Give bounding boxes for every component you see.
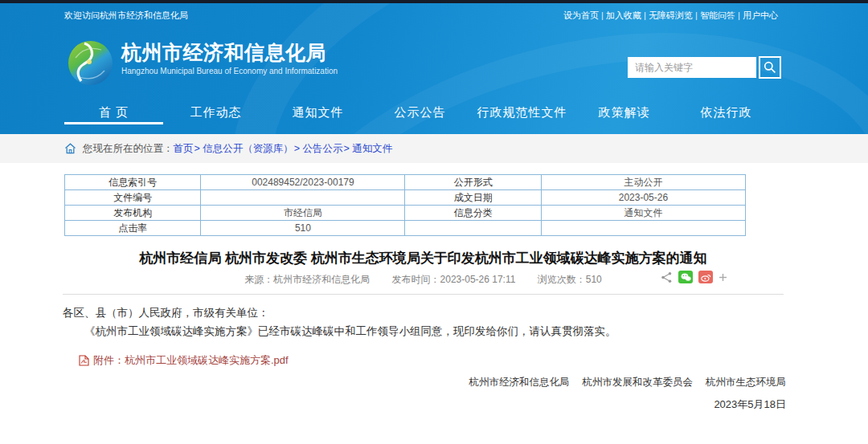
article-title: 杭州市经信局 杭州市发改委 杭州市生态环境局关于印发杭州市工业领域碳达峰实施方案… bbox=[63, 249, 784, 267]
nav-law-admin[interactable]: 依法行政 bbox=[675, 97, 777, 134]
date-written-label: 成文日期 bbox=[405, 190, 541, 206]
main-nav: 首 页 工作动态 通知文件 公示公告 行政规范性文件 政策解读 依法行政 bbox=[63, 97, 777, 134]
publisher-value: 市经信局 bbox=[201, 206, 405, 221]
breadcrumb-announcements[interactable]: 公告公示 bbox=[303, 142, 353, 156]
date-written-value: 2023-05-26 bbox=[541, 190, 745, 206]
info-category-value: 通知文件 bbox=[541, 206, 745, 221]
publisher-label: 发布机构 bbox=[65, 206, 201, 221]
home-icon bbox=[64, 143, 76, 154]
breadcrumb-info-disclosure[interactable]: 信息公开（资源库） bbox=[203, 142, 302, 156]
click-rate-value: 510 bbox=[201, 221, 405, 236]
top-utility-bar: 欢迎访问杭州市经济和信息化局 设为首页 加入收藏 无障碍浏览 智能问答 用户中心 bbox=[0, 3, 868, 27]
user-center-link[interactable]: 用户中心 bbox=[735, 10, 778, 22]
attachment-label[interactable]: 附件：杭州市工业领域碳达峰实施方案.pdf bbox=[93, 353, 289, 368]
empty-value-cell bbox=[541, 221, 745, 236]
pdf-icon bbox=[79, 355, 89, 366]
info-category-label: 信息分类 bbox=[405, 206, 541, 221]
info-index-value: 002489452/2023-00179 bbox=[201, 175, 405, 190]
open-form-value: 主动公开 bbox=[541, 175, 745, 190]
site-brand: 杭州市经济和信息化局 Hangzhou Municipal Bureau of … bbox=[68, 40, 338, 86]
add-favorite-link[interactable]: 加入收藏 bbox=[599, 10, 641, 22]
click-rate-label: 点击率 bbox=[65, 221, 201, 236]
open-form-label: 公开形式 bbox=[405, 175, 541, 190]
breadcrumb-notice-files[interactable]: 通知文件 bbox=[352, 142, 392, 156]
table-row: 点击率 510 bbox=[65, 221, 746, 236]
site-subtitle: Hangzhou Municipal Bureau of Economy and… bbox=[121, 67, 338, 75]
nav-policy-interpretation[interactable]: 政策解读 bbox=[573, 97, 675, 134]
share-nodes-icon[interactable] bbox=[661, 271, 673, 283]
wechat-share-icon[interactable] bbox=[678, 271, 693, 283]
article-publish-time: 发布时间：2023-05-26 17:11 bbox=[392, 274, 516, 285]
site-title: 杭州市经济和信息化局 bbox=[121, 40, 338, 65]
search-input[interactable] bbox=[628, 57, 756, 78]
breadcrumb-prefix: 您现在所在的位置： bbox=[83, 142, 174, 156]
article-meta: 来源：杭州市经济和信息化局 发布时间：2023-05-26 17:11 浏览次数… bbox=[63, 273, 784, 287]
document-info-table: 信息索引号 002489452/2023-00179 公开形式 主动公开 文件编… bbox=[64, 174, 746, 236]
nav-home[interactable]: 首 页 bbox=[63, 97, 165, 134]
nav-regulatory-docs[interactable]: 行政规范性文件 bbox=[471, 97, 573, 134]
search-button[interactable] bbox=[759, 56, 781, 79]
body-paragraph: 《杭州市工业领域碳达峰实施方案》已经市碳达峰碳中和工作领导小组同意，现印发给你们… bbox=[63, 324, 784, 339]
set-homepage-link[interactable]: 设为首页 bbox=[563, 10, 599, 22]
share-bar bbox=[661, 271, 727, 283]
nav-work-news[interactable]: 工作动态 bbox=[165, 97, 267, 134]
article-content: 信息索引号 002489452/2023-00179 公开形式 主动公开 文件编… bbox=[0, 174, 784, 412]
empty-label-cell bbox=[405, 221, 541, 236]
divider bbox=[63, 294, 784, 295]
weibo-share-icon[interactable] bbox=[698, 271, 713, 283]
more-share-icon[interactable] bbox=[719, 273, 727, 282]
info-index-label: 信息索引号 bbox=[65, 175, 201, 190]
welcome-text: 欢迎访问杭州市经济和信息化局 bbox=[64, 10, 188, 22]
article-views: 浏览次数：510 bbox=[538, 274, 602, 285]
nav-announcements[interactable]: 公示公告 bbox=[369, 97, 471, 134]
table-row: 信息索引号 002489452/2023-00179 公开形式 主动公开 bbox=[65, 175, 746, 190]
bureau-logo-icon bbox=[68, 40, 113, 86]
doc-number-value bbox=[201, 190, 405, 206]
utility-links: 设为首页 加入收藏 无障碍浏览 智能问答 用户中心 bbox=[563, 10, 778, 22]
signature-line: 杭州市经济和信息化局 杭州市发展和改革委员会 杭州市生态环境局 bbox=[63, 376, 786, 389]
signature-date: 2023年5月18日 bbox=[63, 397, 786, 412]
salutation: 各区、县（市）人民政府，市级有关单位： bbox=[63, 306, 784, 320]
table-row: 发布机构 市经信局 信息分类 通知文件 bbox=[65, 206, 746, 221]
attachment-link[interactable]: 附件：杭州市工业领域碳达峰实施方案.pdf bbox=[79, 353, 784, 368]
accessibility-link[interactable]: 无障碍浏览 bbox=[641, 10, 693, 22]
breadcrumb: 您现在所在的位置： 首页 信息公开（资源库） 公告公示 通知文件 bbox=[0, 134, 868, 163]
doc-number-label: 文件编号 bbox=[65, 190, 201, 206]
magnifier-icon bbox=[764, 61, 776, 74]
site-search bbox=[628, 56, 781, 79]
smart-qa-link[interactable]: 智能问答 bbox=[693, 10, 735, 22]
nav-notices[interactable]: 通知文件 bbox=[267, 97, 369, 134]
article-source: 来源：杭州市经济和信息化局 bbox=[244, 274, 370, 285]
site-header: 欢迎访问杭州市经济和信息化局 设为首页 加入收藏 无障碍浏览 智能问答 用户中心 bbox=[0, 3, 868, 134]
table-row: 文件编号 成文日期 2023-05-26 bbox=[65, 190, 746, 206]
breadcrumb-home[interactable]: 首页 bbox=[174, 142, 203, 156]
